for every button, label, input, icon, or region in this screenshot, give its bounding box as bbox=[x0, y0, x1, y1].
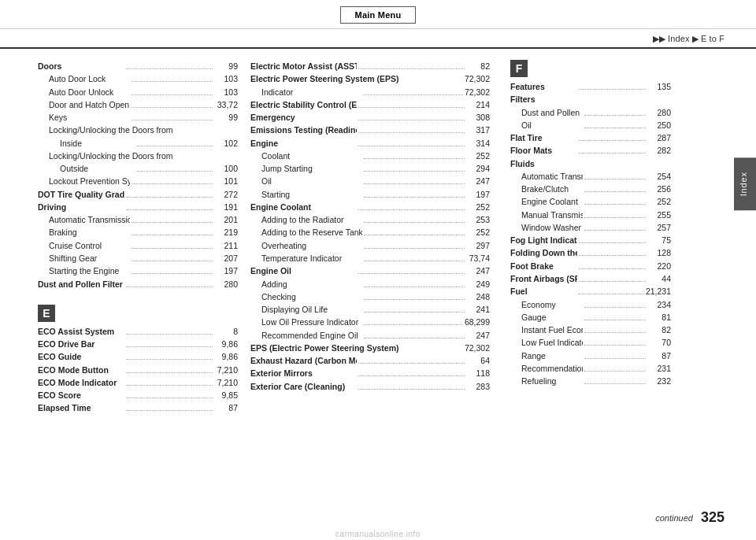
entry-starting-engine: Starting the Engine 197 bbox=[38, 264, 238, 277]
entry-front-airbags: Front Airbags (SRS) 44 bbox=[510, 272, 671, 285]
entry-fluids: Fluids bbox=[510, 157, 671, 170]
entry-add-radiator: Adding to the Radiator 253 bbox=[250, 213, 490, 226]
main-menu-button[interactable]: Main Menu bbox=[340, 6, 417, 24]
entry-emissions: Emissions Testing (Readiness Codes) 317 bbox=[250, 124, 490, 136]
entry-engine-coolant-r: Engine Coolant 252 bbox=[510, 195, 671, 208]
entry-auto-trans: Automatic Transmission (CVT) 201 bbox=[38, 213, 238, 226]
right-column: F Features 135 Filters Dust and Pollen 2… bbox=[496, 60, 677, 526]
entry-foot-brake: Foot Brake 220 bbox=[510, 260, 671, 272]
entry-auto-door-lock: Auto Door Lock 103 bbox=[38, 72, 238, 85]
entry-folding-separator: Folding Down the Separator 128 bbox=[510, 246, 671, 259]
entry-range: Range 87 bbox=[510, 350, 671, 362]
entry-oil-r: Oil 250 bbox=[510, 119, 671, 131]
entry-temp-indicator: Temperature Indicator 73,74 bbox=[250, 252, 490, 264]
bottom-bar: continued 325 bbox=[655, 509, 724, 526]
entry-door-hatch: Door and Hatch Open Indicator 33,72 bbox=[38, 98, 238, 111]
entry-fuel: Fuel 21,231 bbox=[510, 285, 671, 298]
continued-text: continued bbox=[655, 513, 693, 523]
entry-esc: Electric Stability Control (ESC) 214 bbox=[250, 98, 490, 111]
entry-emergency: Emergency 308 bbox=[250, 111, 490, 124]
entry-inside: Inside 102 bbox=[38, 137, 238, 150]
entry-auto-door-unlock: Auto Door Unlock 103 bbox=[38, 86, 238, 98]
entry-fog-light: Fog Light Indicator 75 bbox=[510, 234, 671, 246]
content-area: Doors 99 Auto Door Lock 103 Auto Door Un… bbox=[0, 49, 756, 526]
watermark: carmanualsonline.info bbox=[335, 530, 421, 538]
entry-low-oil: Low Oil Pressure Indicator 68,299 bbox=[250, 316, 490, 328]
entry-starting: Starting 197 bbox=[250, 188, 490, 201]
section-f-box: F bbox=[510, 60, 671, 80]
entry-auto-trans-r: Automatic Transmission (CVT) 254 bbox=[510, 170, 671, 183]
entry-locking-outside-from: Locking/Unlocking the Doors from bbox=[38, 150, 238, 162]
entry-features: Features 135 bbox=[510, 80, 671, 93]
entry-eps-full: EPS (Electric Power Steering System) 72,… bbox=[250, 342, 490, 354]
entry-adding: Adding 249 bbox=[250, 278, 490, 290]
entry-eco-drive-bar: ECO Drive Bar 9,86 bbox=[38, 338, 238, 350]
entry-keys: Keys 99 bbox=[38, 111, 238, 124]
entry-refueling: Refueling 232 bbox=[510, 375, 671, 387]
entry-gauge: Gauge 81 bbox=[510, 311, 671, 324]
entry-eps-indicator: Indicator 72,302 bbox=[250, 86, 490, 98]
entry-window-washer: Window Washer 257 bbox=[510, 221, 671, 234]
entry-eco-mode-indicator: ECO Mode Indicator 7,210 bbox=[38, 376, 238, 389]
entry-oil: Oil 247 bbox=[250, 175, 490, 187]
entry-cruise: Cruise Control 211 bbox=[38, 239, 238, 252]
entry-elec-motor: Electric Motor Assist (ASST) Indicator 8… bbox=[250, 60, 490, 72]
entry-exhaust: Exhaust Hazard (Carbon Monoxide) 64 bbox=[250, 354, 490, 367]
section-e-box: E bbox=[38, 298, 238, 325]
entry-exterior-care: Exterior Care (Cleaning) 283 bbox=[250, 380, 490, 393]
mid-column: Electric Motor Assist (ASST) Indicator 8… bbox=[244, 60, 496, 526]
entry-add-reserve: Adding to the Reserve Tank 252 bbox=[250, 226, 490, 239]
entry-jump-starting: Jump Starting 294 bbox=[250, 162, 490, 175]
entry-flat-tire: Flat Tire 287 bbox=[510, 131, 671, 144]
entry-dust-pollen-r: Dust and Pollen 280 bbox=[510, 106, 671, 119]
breadcrumb: ▶▶ Index ▶ E to F bbox=[653, 34, 724, 44]
entry-recommendation: Recommendation 231 bbox=[510, 362, 671, 375]
entry-eco-score: ECO Score 9,85 bbox=[38, 389, 238, 401]
entry-dust-pollen: Dust and Pollen Filter 280 bbox=[38, 278, 238, 290]
entry-lockout: Lockout Prevention System 101 bbox=[38, 175, 238, 187]
entry-brake-clutch: Brake/Clutch 256 bbox=[510, 183, 671, 195]
entry-economy: Economy 234 bbox=[510, 298, 671, 311]
entry-instant-fuel: Instant Fuel Economy 82 bbox=[510, 324, 671, 336]
entry-doors: Doors 99 bbox=[38, 60, 238, 72]
top-bar: Main Menu bbox=[0, 0, 756, 29]
entry-engine-oil: Engine Oil 247 bbox=[250, 264, 490, 277]
entry-exterior-mirrors: Exterior Mirrors 118 bbox=[250, 367, 490, 379]
entry-coolant: Coolant 252 bbox=[250, 150, 490, 162]
left-column: Doors 99 Auto Door Lock 103 Auto Door Un… bbox=[0, 60, 244, 526]
entry-elapsed-time: Elapsed Time 87 bbox=[38, 401, 238, 414]
entry-engine: Engine 314 bbox=[250, 137, 490, 150]
entry-eco-guide: ECO Guide 9,86 bbox=[38, 350, 238, 363]
entry-displaying-oil: Displaying Oil Life 241 bbox=[250, 303, 490, 316]
entry-low-fuel: Low Fuel Indicator 70 bbox=[510, 336, 671, 349]
entry-checking: Checking 248 bbox=[250, 290, 490, 303]
entry-overheating: Overheating 297 bbox=[250, 239, 490, 252]
entry-filters: Filters bbox=[510, 93, 671, 105]
entry-dot-tire: DOT Tire Quality Grading 272 bbox=[38, 188, 238, 201]
index-tab: Index bbox=[734, 157, 756, 210]
entry-locking-from: Locking/Unlocking the Doors from bbox=[38, 124, 238, 136]
entry-braking: Braking 219 bbox=[38, 226, 238, 239]
entry-eco-assist: ECO Assist System 8 bbox=[38, 325, 238, 338]
entry-manual-trans: Manual Transmission 255 bbox=[510, 209, 671, 221]
breadcrumb-bar: ▶▶ Index ▶ E to F bbox=[0, 29, 756, 49]
entry-eco-mode-button: ECO Mode Button 7,210 bbox=[38, 364, 238, 376]
entry-eps: Electric Power Steering System (EPS) 72,… bbox=[250, 72, 490, 85]
entry-recommended-oil: Recommended Engine Oil 247 bbox=[250, 329, 490, 342]
entry-floor-mats: Floor Mats 282 bbox=[510, 144, 671, 157]
entry-engine-coolant: Engine Coolant 252 bbox=[250, 201, 490, 213]
entry-driving: Driving 191 bbox=[38, 201, 238, 213]
entry-shifting: Shifting Gear 207 bbox=[38, 252, 238, 264]
page-number: 325 bbox=[701, 509, 724, 526]
entry-outside: Outside 100 bbox=[38, 162, 238, 175]
